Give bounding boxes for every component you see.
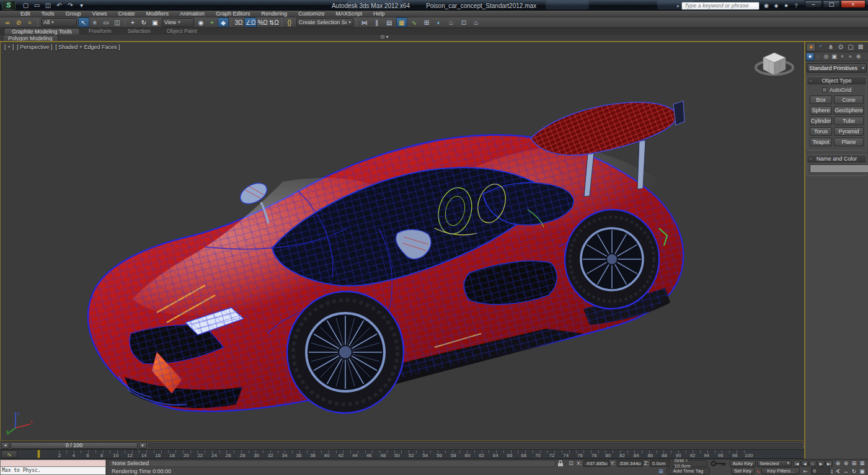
close-button[interactable]: × bbox=[841, 0, 866, 8]
ribbon-tab[interactable]: Graphite Modeling Tools bbox=[4, 28, 80, 35]
fov-icon[interactable]: ∢ bbox=[834, 468, 842, 474]
mini-curve-editor-button[interactable]: ∿ bbox=[1, 450, 17, 458]
object-type-button[interactable]: GeoSphere bbox=[834, 106, 864, 115]
mirror-icon[interactable]: ⋈ bbox=[359, 17, 370, 27]
object-name-input[interactable] bbox=[810, 164, 868, 173]
add-time-tag[interactable]: Add Time Tag bbox=[666, 468, 710, 474]
menu-item[interactable]: Animation bbox=[174, 11, 210, 17]
schematic-view-icon[interactable]: ⊞ bbox=[421, 17, 432, 27]
time-slider-handle[interactable]: 0 / 100 bbox=[11, 442, 138, 449]
maximize-button[interactable]: ▢ bbox=[823, 0, 840, 8]
undo-icon[interactable]: ↶ bbox=[54, 1, 64, 9]
spinner-down-icon[interactable]: ▾ bbox=[831, 471, 833, 474]
display-tab[interactable]: ▢ bbox=[846, 43, 856, 51]
menu-item[interactable]: Modifiers bbox=[140, 11, 174, 17]
object-type-button[interactable]: Tube bbox=[834, 117, 864, 125]
zoom-extents-all-icon[interactable]: ⊠ bbox=[858, 460, 866, 467]
new-key-curve-icon[interactable]: ∿ bbox=[756, 468, 761, 474]
reference-coordsys-dropdown[interactable]: View ▾ bbox=[162, 18, 194, 27]
zoom-extents-icon[interactable]: ⊞ bbox=[850, 460, 858, 467]
key-mode-dropdown[interactable]: Selected ▾ bbox=[757, 460, 792, 467]
create-tab[interactable]: ∗ bbox=[806, 43, 816, 51]
modify-tab[interactable]: ◜ bbox=[816, 43, 826, 51]
frame-spinner[interactable]: ▴ ▾ bbox=[831, 469, 833, 474]
object-type-button[interactable]: Cone bbox=[834, 95, 864, 104]
set-keys-button[interactable] bbox=[711, 460, 727, 467]
material-editor-icon[interactable]: ◐ bbox=[433, 17, 445, 27]
ribbon-tab[interactable]: Freeform bbox=[81, 28, 119, 35]
key-mode-toggle-icon[interactable]: ⇤ bbox=[801, 468, 810, 475]
viewport-menu[interactable]: [ Shaded + Edged Faces ] bbox=[55, 44, 120, 50]
goto-start-button[interactable]: |◀ bbox=[793, 460, 800, 467]
key-filters-button[interactable]: Key Filters... bbox=[761, 468, 800, 474]
selection-lock-icon[interactable] bbox=[557, 459, 565, 467]
layer-manager-icon[interactable]: ▤ bbox=[384, 17, 395, 27]
use-pivot-center-icon[interactable]: ◉ bbox=[195, 17, 206, 27]
menu-item[interactable]: Create bbox=[112, 11, 140, 17]
z-coord-input[interactable] bbox=[650, 460, 670, 467]
maximize-viewport-icon[interactable]: ▣ bbox=[858, 468, 866, 474]
ribbon-tab[interactable]: Selection bbox=[120, 28, 157, 35]
object-type-button[interactable]: Plane bbox=[834, 138, 864, 146]
redo-icon[interactable]: ↷ bbox=[65, 1, 76, 9]
bind-to-spacewarp-icon[interactable]: ≈ bbox=[24, 17, 35, 27]
select-and-link-icon[interactable]: ∞ bbox=[2, 17, 13, 27]
pan-icon[interactable]: ↔ bbox=[842, 468, 850, 474]
selection-filter-dropdown[interactable]: All ▾ bbox=[41, 18, 77, 27]
menu-item[interactable]: Tools bbox=[36, 11, 60, 17]
play-button[interactable]: ▷ bbox=[809, 460, 817, 467]
object-type-button[interactable]: Sphere bbox=[810, 106, 832, 115]
orbit-icon[interactable]: ↻ bbox=[850, 468, 858, 474]
spinner-snap-icon[interactable]: ⇅Ω bbox=[268, 17, 280, 27]
prev-frame-button[interactable]: ◀ bbox=[801, 460, 808, 467]
infocenter-search-input[interactable] bbox=[681, 2, 760, 10]
auto-key-button[interactable]: Auto Key bbox=[730, 460, 756, 467]
menu-item[interactable]: MAXScript bbox=[330, 11, 368, 17]
save-file-icon[interactable]: ◫ bbox=[43, 1, 53, 9]
minimize-button[interactable]: – bbox=[805, 0, 822, 8]
select-scale-icon[interactable]: ▣ bbox=[149, 17, 161, 27]
hierarchy-tab[interactable]: ⋔ bbox=[826, 43, 836, 51]
viewport-menu[interactable]: [ Perspective ] bbox=[17, 44, 52, 50]
systems-subtab[interactable]: ⊛ bbox=[854, 53, 862, 61]
app-menu-button[interactable]: S bbox=[2, 1, 16, 10]
help-icon[interactable]: ? bbox=[791, 2, 801, 10]
object-type-button[interactable]: Cylinder bbox=[810, 117, 832, 125]
utilities-tab[interactable]: ⊠ bbox=[856, 43, 866, 51]
render-setup-icon[interactable]: ♨ bbox=[446, 17, 457, 27]
next-frame-button[interactable]: ▶ bbox=[817, 460, 825, 467]
rendered-frame-icon[interactable]: ⊡ bbox=[458, 17, 469, 27]
angle-snap-icon[interactable]: ∠Ω bbox=[244, 17, 257, 27]
shapes-subtab[interactable]: ◌ bbox=[814, 53, 822, 61]
named-selection-set-dropdown[interactable]: Create Selection Set ▾ bbox=[296, 18, 353, 27]
select-move-icon[interactable]: + bbox=[127, 17, 138, 27]
menu-item[interactable]: Views bbox=[87, 11, 113, 17]
search-binoculars-icon[interactable]: ◉ bbox=[761, 2, 771, 10]
favorites-star-icon[interactable]: ★ bbox=[781, 2, 791, 10]
curve-editor-icon[interactable]: ∿ bbox=[409, 17, 420, 27]
viewport-menu[interactable]: [ + ] bbox=[4, 44, 14, 50]
infocenter-expand-icon[interactable]: ▸ bbox=[677, 3, 680, 9]
object-type-button[interactable]: Teapot bbox=[810, 138, 832, 146]
ribbon-tab[interactable]: Object Paint bbox=[159, 28, 204, 35]
edit-named-sets-icon[interactable]: {} bbox=[284, 17, 295, 27]
select-rotate-icon[interactable]: ↻ bbox=[138, 17, 149, 27]
macro-recorder-pane[interactable] bbox=[0, 459, 106, 467]
goto-end-button[interactable]: ▶| bbox=[825, 460, 833, 467]
name-color-rollout-header[interactable]: - Name and Color bbox=[807, 155, 866, 162]
menu-item[interactable]: Customize bbox=[293, 11, 330, 17]
timeline-ruler[interactable]: 2468101214161820222426283032343638404244… bbox=[20, 450, 748, 458]
graphite-ribbon-toggle-icon[interactable]: ▦ bbox=[396, 17, 407, 27]
time-slider-groove[interactable] bbox=[148, 443, 803, 448]
align-icon[interactable]: ∥ bbox=[371, 17, 383, 27]
cameras-subtab[interactable]: ▣ bbox=[830, 53, 838, 61]
zoom-icon[interactable]: ⊕ bbox=[834, 460, 842, 467]
menu-item[interactable]: Edit bbox=[15, 11, 36, 17]
absolute-offset-toggle-icon[interactable]: ⊡ bbox=[567, 459, 575, 467]
prev-frame-arrow[interactable]: ◄ bbox=[1, 442, 9, 449]
menu-item[interactable]: Rendering bbox=[256, 11, 293, 17]
unlink-selection-icon[interactable]: ⊘ bbox=[13, 17, 24, 27]
window-crossing-icon[interactable]: ◫ bbox=[112, 17, 123, 27]
next-frame-arrow[interactable]: ► bbox=[139, 442, 147, 449]
motion-tab[interactable]: ⊙ bbox=[836, 43, 846, 51]
